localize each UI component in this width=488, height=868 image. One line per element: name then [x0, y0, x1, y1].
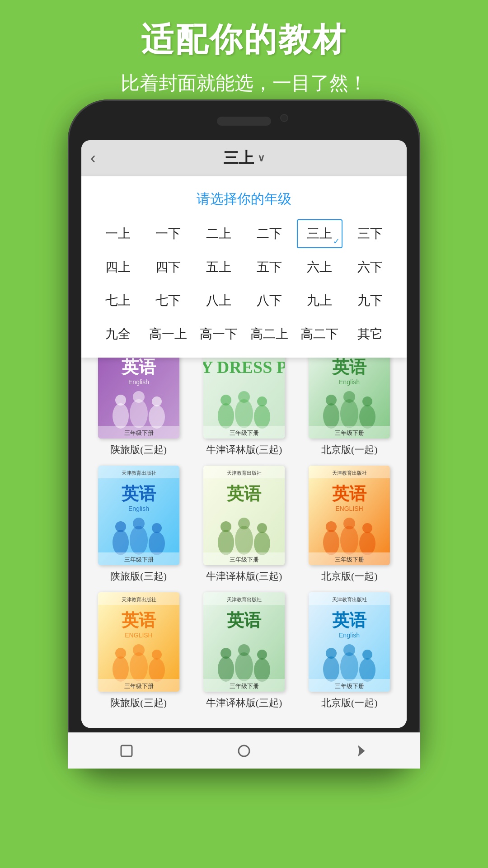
svg-text:天津教育出版社: 天津教育出版社	[226, 470, 261, 476]
book-cover: 天津教育出版社 英语 English 三年级下册	[98, 466, 179, 565]
book-cover: 天津教育出版社 英语 三年级下册	[203, 592, 285, 692]
svg-text:英语: 英语	[332, 611, 367, 630]
svg-point-97	[254, 658, 270, 682]
svg-rect-114	[121, 745, 132, 756]
grade-item[interactable]: 其它	[347, 320, 393, 349]
svg-text:三年级下册: 三年级下册	[124, 429, 153, 436]
svg-point-9	[149, 405, 165, 429]
grade-item[interactable]: 一下	[145, 219, 192, 248]
nav-menu-button[interactable]	[353, 743, 370, 759]
svg-text:三年级下册: 三年级下册	[124, 683, 153, 689]
svg-point-86	[152, 650, 162, 660]
book-item[interactable]: 天津教育出版社 英语 ENGLISH 三年级下册 陕旅版(三起)	[90, 592, 187, 710]
grade-item[interactable]: 三下	[347, 219, 393, 248]
svg-point-10	[152, 396, 162, 406]
book-item[interactable]: 天津教育出版社 英语 ENGLISH 三年级下册 北京版(一起)	[301, 466, 398, 583]
svg-text:三年级下册: 三年级下册	[229, 556, 258, 563]
grade-grid: 一上一下二上二下三上三下四上四下五上五下六上六下七上七下八上八下九上九下九全高一…	[90, 219, 398, 349]
book-label: 牛津译林版(三起)	[206, 570, 282, 583]
svg-text:English: English	[128, 378, 149, 386]
grade-item[interactable]: 九下	[347, 286, 393, 315]
svg-point-7	[130, 399, 148, 428]
book-label: 陕旅版(三起)	[110, 696, 167, 710]
book-item[interactable]: 天津教育出版社 英语 English 三年级下册 陕旅版(三起)	[90, 466, 187, 583]
svg-point-48	[152, 523, 162, 533]
svg-point-107	[326, 648, 337, 659]
book-cover: 天津教育出版社 英语 ENGLISH 三年级下册	[98, 592, 179, 692]
svg-point-18	[221, 395, 231, 406]
svg-point-111	[362, 650, 372, 660]
svg-text:英语: 英语	[121, 611, 156, 630]
svg-point-96	[238, 644, 250, 656]
svg-point-82	[115, 648, 126, 659]
svg-point-17	[218, 403, 234, 429]
grade-item[interactable]: 八下	[246, 286, 292, 315]
grade-item[interactable]: 二下	[246, 219, 292, 248]
svg-point-43	[113, 530, 129, 555]
grade-item[interactable]: 高二下	[297, 320, 343, 349]
book-item[interactable]: 天津教育出版社 英语 三年级下册 牛津译林版(三起)	[196, 466, 292, 583]
svg-point-93	[218, 656, 234, 682]
svg-text:三年级下册: 三年级下册	[335, 429, 364, 436]
book-item[interactable]: 天津教育出版社 英语 三年级下册 牛津译林版(三起)	[196, 592, 292, 710]
grade-item[interactable]: 一上	[95, 219, 141, 248]
svg-point-83	[130, 652, 148, 681]
grade-item[interactable]: 六下	[347, 253, 393, 282]
back-button[interactable]: ‹	[90, 149, 96, 168]
svg-point-44	[115, 521, 126, 532]
main-subtitle: 比着封面就能选，一目了然！	[0, 71, 488, 96]
svg-text:English: English	[339, 632, 360, 639]
phone-nav	[68, 732, 420, 769]
grade-item[interactable]: 五下	[246, 253, 292, 282]
svg-point-85	[149, 658, 165, 682]
phone-screen: ‹ 三上 ∨ 请选择你的年级 一上一下二上二下三上三下四上四下五上五下六上六下七…	[81, 140, 407, 728]
nav-home-button[interactable]	[236, 743, 252, 759]
grade-item[interactable]: 九上	[297, 286, 343, 315]
main-title: 适配你的教材	[0, 18, 488, 61]
svg-point-60	[257, 523, 267, 533]
svg-text:天津教育出版社: 天津教育出版社	[121, 470, 156, 476]
chevron-down-icon[interactable]: ∨	[258, 152, 265, 164]
svg-text:ENGLISH: ENGLISH	[336, 505, 363, 512]
grade-item[interactable]: 高一下	[196, 320, 242, 349]
svg-point-30	[323, 403, 339, 429]
svg-point-57	[235, 526, 253, 555]
svg-text:英语: 英语	[226, 611, 262, 630]
grade-item[interactable]: 九全	[95, 320, 141, 349]
header-title: 三上 ∨	[223, 148, 265, 169]
grade-item[interactable]: 四上	[95, 253, 141, 282]
grade-item[interactable]: 八上	[196, 286, 242, 315]
grade-item[interactable]: 高二上	[246, 320, 292, 349]
grade-item[interactable]: 七下	[145, 286, 192, 315]
nav-back-button[interactable]	[118, 743, 135, 759]
book-label: 北京版(一起)	[321, 570, 378, 583]
svg-text:English: English	[339, 378, 360, 386]
svg-point-35	[362, 396, 372, 406]
svg-point-71	[343, 518, 355, 529]
svg-point-94	[221, 648, 231, 659]
top-text-area: 适配你的教材 比着封面就能选，一目了然！	[0, 18, 488, 96]
book-label: 牛津译林版(三起)	[206, 696, 282, 710]
book-cover: 天津教育出版社 英语 English 三年级下册	[309, 592, 390, 692]
svg-point-115	[239, 745, 249, 756]
svg-point-73	[362, 523, 372, 533]
grade-item[interactable]: 二上	[196, 219, 242, 248]
svg-point-95	[235, 652, 253, 681]
phone-camera	[280, 114, 288, 122]
book-cover: 天津教育出版社 英语 ENGLISH 三年级下册	[309, 466, 390, 565]
svg-point-8	[133, 391, 145, 403]
svg-point-69	[326, 521, 337, 532]
svg-point-59	[254, 532, 270, 555]
book-label: 北京版(一起)	[321, 696, 378, 710]
svg-point-58	[238, 518, 250, 529]
svg-point-5	[113, 403, 129, 429]
grade-item[interactable]: 六上	[297, 253, 343, 282]
svg-text:三年级下册: 三年级下册	[335, 556, 364, 563]
grade-item[interactable]: 七上	[95, 286, 141, 315]
grade-item[interactable]: 五上	[196, 253, 242, 282]
book-item[interactable]: 天津教育出版社 英语 English 三年级下册 北京版(一起)	[301, 592, 398, 710]
svg-point-98	[257, 650, 267, 660]
grade-item[interactable]: 三上	[297, 219, 343, 248]
grade-item[interactable]: 高一上	[145, 320, 192, 349]
grade-item[interactable]: 四下	[145, 253, 192, 282]
